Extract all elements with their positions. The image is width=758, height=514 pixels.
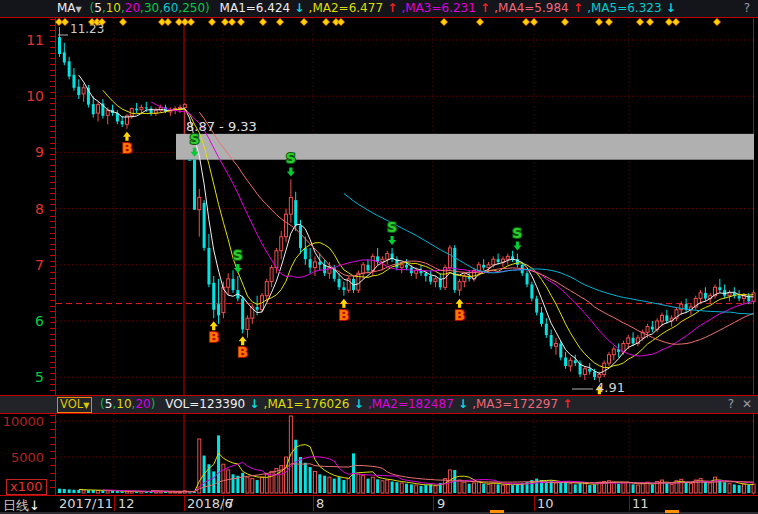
event-diamond-icon[interactable] <box>646 18 653 25</box>
event-diamond-icon[interactable] <box>208 18 215 25</box>
volume-chart[interactable] <box>56 414 754 494</box>
volume-bar-up <box>492 483 495 493</box>
vol-indicator-dropdown[interactable]: VOL▼ <box>57 397 92 413</box>
candle-body-up <box>106 110 109 115</box>
candle-body-up <box>280 237 283 251</box>
volume-bar-up <box>569 484 572 493</box>
indicator-value: ,MA4=5.984 <box>494 1 568 15</box>
event-diamond-icon[interactable] <box>713 18 720 25</box>
event-diamond-icon[interactable] <box>522 18 529 25</box>
price-tick-label: 6 <box>0 314 44 328</box>
event-diamond-icon[interactable] <box>164 18 171 25</box>
event-diamond-icon[interactable] <box>237 18 244 25</box>
volume-bar-down <box>516 484 519 493</box>
event-diamond-icon[interactable] <box>187 18 194 25</box>
candle-body-up <box>627 338 630 344</box>
volume-bar-up <box>400 483 403 493</box>
candle-body-down <box>299 225 302 247</box>
trend-arrow-icon: ↓ <box>245 397 263 411</box>
event-diamond-icon[interactable] <box>672 18 679 25</box>
trend-arrow-icon: ↑ <box>383 1 401 15</box>
sell-arrow-icon <box>513 242 521 251</box>
volume-bar-up <box>227 470 230 493</box>
volume-bar-up <box>728 484 731 493</box>
event-diamond-icon[interactable] <box>665 18 672 25</box>
candle-body-up <box>265 282 268 296</box>
volume-bar-up <box>275 469 278 493</box>
candle-body-down <box>424 273 427 276</box>
volume-bar-down <box>733 484 736 493</box>
indicator-value: ,MA3=172297 <box>472 397 558 411</box>
event-diamond-icon[interactable] <box>300 18 307 25</box>
candle-body-up <box>183 105 186 108</box>
candle-body-down <box>564 358 567 366</box>
grid-layer <box>56 18 754 395</box>
ma-values: MA1=6.424 ↓ ,MA2=6.477 ↑ ,MA3=6.231 ↑ ,M… <box>220 1 676 15</box>
volume-bar-down <box>559 482 562 493</box>
trend-arrow-icon: ↑ <box>569 1 587 15</box>
buy-marker: B <box>454 307 465 323</box>
event-diamond-icon[interactable] <box>636 18 643 25</box>
close-icon[interactable]: ✕ <box>742 396 752 413</box>
volume-axis-ticks <box>50 415 55 494</box>
event-diamond-icon[interactable] <box>119 18 126 25</box>
event-diamond-icon[interactable] <box>61 18 68 25</box>
ma-indicator-dropdown[interactable]: MA▼ <box>57 1 86 15</box>
candlestick-chart[interactable]: BSBSBSBSBSB11.238.87 - 9.334.91 <box>56 18 754 395</box>
volume-bar-down <box>564 481 567 493</box>
event-diamond-icon[interactable] <box>228 18 235 25</box>
trend-arrow-icon: ↓ <box>662 1 676 15</box>
candle-body-up <box>179 107 182 108</box>
volume-bar-down <box>593 484 596 493</box>
candle-body-down <box>366 265 369 271</box>
candle-body-up <box>463 276 466 282</box>
event-diamond-icon[interactable] <box>605 18 612 25</box>
volume-bar-down <box>309 467 312 493</box>
volume-bar-up <box>198 439 201 493</box>
volume-bar-down <box>395 482 398 493</box>
event-diamond-icon[interactable] <box>276 18 283 25</box>
volume-bar-down <box>323 476 326 493</box>
volume-bar-up <box>381 481 384 493</box>
candle-body-up <box>285 214 288 236</box>
event-diamond-icon[interactable] <box>322 18 329 25</box>
chevron-down-icon: ▼ <box>76 5 82 14</box>
volume-bar-down <box>468 484 471 493</box>
time-axis-label: 7 <box>226 497 234 511</box>
volume-bar-down <box>497 484 500 493</box>
candle-body-down <box>718 287 721 290</box>
help-icon[interactable]: ? <box>744 0 750 17</box>
ma-line-60 <box>344 194 754 315</box>
event-diamond-icon[interactable] <box>476 18 483 25</box>
volume-bar-down <box>318 474 321 493</box>
gap-band <box>176 134 754 160</box>
event-diamond-icon[interactable] <box>595 18 602 25</box>
volume-bar-down <box>665 483 668 493</box>
volume-bar-down <box>217 435 220 493</box>
time-axis-label: 11 <box>632 497 649 511</box>
help-icon[interactable]: ? <box>728 396 734 413</box>
volume-bar-up <box>458 480 461 493</box>
volume-bar-up <box>357 474 360 493</box>
event-diamond-icon[interactable] <box>259 18 266 25</box>
buy-marker: B <box>237 344 248 360</box>
candle-body-down <box>651 327 654 330</box>
period-label: 日线 <box>3 498 29 513</box>
volume-bar-up <box>636 485 639 493</box>
candle-body-down <box>545 324 548 335</box>
volume-bar-up <box>583 484 586 493</box>
event-diamond-icon[interactable] <box>530 18 537 25</box>
event-diamond-icon[interactable] <box>221 18 228 25</box>
event-diamond-icon[interactable] <box>440 18 447 25</box>
volume-bar-down <box>72 490 75 493</box>
candle-body-down <box>593 372 596 378</box>
volume-bar-up <box>328 477 331 493</box>
volume-bar-down <box>241 473 244 493</box>
volume-bar-down <box>723 482 726 493</box>
time-axis-separator <box>313 496 314 511</box>
event-diamond-icon[interactable] <box>561 18 568 25</box>
param-token: 5 <box>94 1 102 15</box>
event-diamond-icon[interactable] <box>337 18 344 25</box>
volume-bar-down <box>376 479 379 493</box>
candle-body-up <box>603 363 606 374</box>
